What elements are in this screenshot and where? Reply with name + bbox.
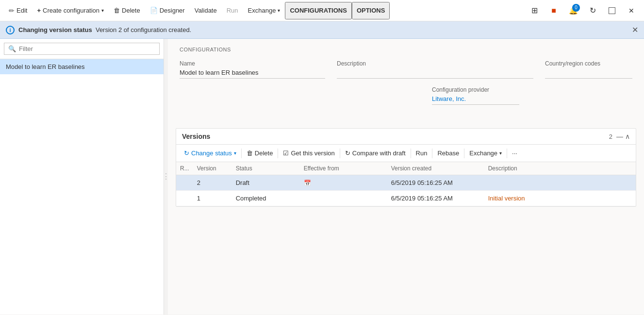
row2-status: Completed [232,191,300,206]
refresh-button[interactable]: ↻ [584,2,601,19]
grid-icon-button[interactable]: ⊞ [526,2,543,19]
info-banner: i Changing version status Version 2 of c… [0,21,644,39]
compare-icon: ↻ [345,149,350,157]
row1-created: 6/5/2019 05:16:25 AM [387,175,484,191]
banner-message: Changing version status Version 2 of con… [18,26,191,33]
row2-effective [300,191,387,206]
versions-collapse-icon[interactable]: ∧ [625,133,630,140]
content-area: CONFIGURATIONS Name Model to learn ER ba… [168,39,644,315]
office-icon-button[interactable]: ■ [545,2,562,19]
table-header-row: R... Version Status Effective from Versi [176,162,636,175]
notification-badge: 0 [572,4,580,12]
table-row[interactable]: 2 Draft 📅 6/5/2019 05:16:25 AM [176,175,636,191]
sidebar-item-model-er[interactable]: Model to learn ER baselines [0,59,164,74]
row1-effective: 📅 [300,175,387,191]
config-provider-value[interactable]: Litware, Inc. [432,95,519,105]
versions-header: Versions 2 — ∧ [176,129,636,145]
toolbar-sep-7 [507,149,507,158]
banner-close-button[interactable]: ✕ [632,25,638,34]
col-header-status: Status [232,162,300,175]
designer-button[interactable]: 📄 Designer [145,0,190,21]
info-icon: i [6,26,15,34]
config-provider-field: Configuration provider Litware, Inc. [432,86,519,105]
edit-icon: ✏ [9,7,15,15]
config-provider-label: Configuration provider [432,86,519,93]
designer-icon: 📄 [150,7,158,14]
name-field: Name Model to learn ER baselines [180,60,325,79]
table-row[interactable]: 1 Completed 6/5/2019 05:16:25 AM Initial… [176,191,636,206]
options-nav-button[interactable]: OPTIONS [352,2,390,19]
versions-count: 2 [609,133,612,140]
run-button[interactable]: Run [222,0,243,21]
get-version-button[interactable]: ☑ Get this version [279,148,338,159]
form-row-2: Configuration provider Litware, Inc. [180,86,632,105]
name-value: Model to learn ER baselines [180,69,325,79]
versions-panel: Versions 2 — ∧ ↻ Change status ▾ 🗑 Delet… [176,128,636,207]
versions-exchange-button[interactable]: Exchange ▾ [465,148,506,159]
office-icon: ■ [551,6,556,15]
col-header-effective: Effective from [300,162,387,175]
toolbar-sep-5 [432,149,432,158]
validate-button[interactable]: Validate [190,0,222,21]
dropdown-arrow-icon: ▾ [101,8,104,13]
filter-search-icon: 🔍 [8,45,16,52]
versions-toolbar: ↻ Change status ▾ 🗑 Delete ☑ Get this ve… [176,145,636,162]
more-options-button[interactable]: ··· [508,148,521,159]
get-version-icon: ☑ [283,149,289,157]
row1-version: 2 [193,175,232,191]
row1-r [176,175,193,191]
edit-button[interactable]: ✏ Edit [4,0,32,21]
versions-exchange-dropdown-icon: ▾ [499,150,502,156]
row1-status: Draft [232,175,300,191]
resize-handle[interactable]: ⋮ [164,39,168,315]
close-window-button[interactable]: ✕ [623,2,640,19]
col-header-description: Description [484,162,636,175]
country-label: Country/region codes [545,60,632,67]
configurations-nav-button[interactable]: CONFIGURATIONS [285,2,351,19]
refresh-icon: ↻ [590,6,596,15]
compare-draft-button[interactable]: ↻ Compare with draft [341,148,410,159]
toolbar-sep-1 [241,149,242,158]
versions-dash-icon[interactable]: — [616,133,623,140]
versions-collapse-controls: — ∧ [616,133,630,140]
content-inner: CONFIGURATIONS Name Model to learn ER ba… [168,39,644,120]
description-value [337,69,533,79]
row1-description [484,175,636,191]
change-status-icon: ↻ [184,149,189,157]
row2-version: 1 [193,191,232,206]
change-status-button[interactable]: ↻ Change status ▾ [180,148,240,159]
filter-input-wrap: 🔍 [4,43,160,55]
description-label: Description [337,60,533,67]
rebase-button[interactable]: Rebase [433,148,463,159]
filter-input[interactable] [19,45,155,52]
versions-title: Versions [182,133,210,140]
maximize-button[interactable] [603,2,621,19]
form-row-1: Name Model to learn ER baselines Descrip… [180,60,632,79]
maximize-icon [609,7,615,14]
versions-delete-button[interactable]: 🗑 Delete [243,148,277,159]
calendar-icon[interactable]: 📅 [304,180,311,186]
change-status-dropdown-icon: ▾ [234,150,236,156]
exchange-dropdown-icon: ▾ [278,8,280,13]
versions-delete-icon: 🗑 [247,149,253,157]
section-label: CONFIGURATIONS [180,47,632,52]
row2-r [176,191,193,206]
delete-icon: 🗑 [114,7,120,14]
notifications-button[interactable]: 🔔 0 [564,2,582,19]
toolbar-sep-4 [411,149,411,158]
toolbar-sep-2 [278,149,278,158]
versions-run-button[interactable]: Run [412,148,431,159]
toolbar-sep-3 [340,149,340,158]
close-icon: ✕ [628,7,634,15]
exchange-button[interactable]: Exchange ▾ [243,0,285,21]
sidebar-filter-area: 🔍 [0,39,164,59]
country-value [545,69,632,79]
create-configuration-button[interactable]: + Create configuration ▾ [32,0,109,21]
description-field: Description [337,60,533,79]
delete-button[interactable]: 🗑 Delete [109,0,145,21]
top-navigation: ✏ Edit + Create configuration ▾ 🗑 Delete… [0,0,644,21]
main-layout: 🔍 Model to learn ER baselines ⋮ CONFIGUR… [0,39,644,315]
sidebar: 🔍 Model to learn ER baselines [0,39,164,315]
row2-created: 6/5/2019 05:16:25 AM [387,191,484,206]
plus-icon: + [37,7,41,14]
